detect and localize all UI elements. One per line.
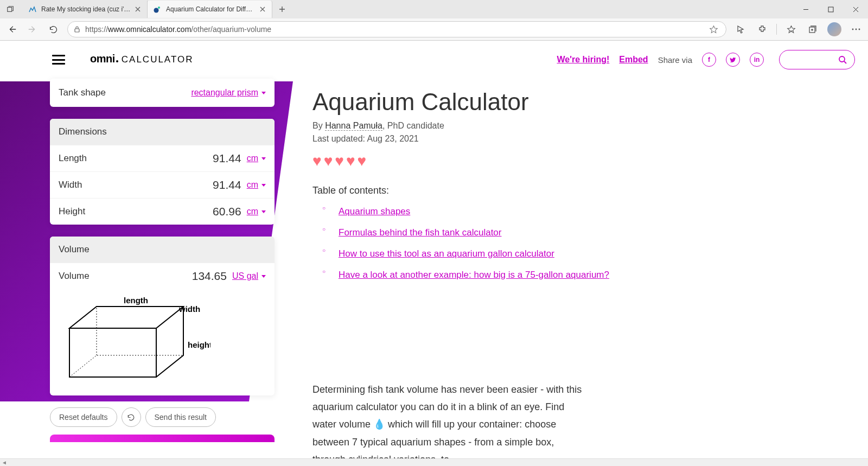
calculator-panel: Tank shape rectangular prism Dimensions … [0, 79, 293, 458]
lock-icon [73, 25, 81, 33]
toc-link-1[interactable]: Aquarium shapes [339, 206, 410, 216]
hiring-link[interactable]: We're hiring! [557, 55, 609, 65]
dimensions-card: Dimensions Length 91.44 cm Width 91.44 c… [50, 119, 275, 225]
svg-point-9 [839, 56, 845, 62]
horizontal-scrollbar[interactable]: ◄ [0, 458, 868, 466]
favicon-1 [28, 5, 37, 14]
facebook-icon[interactable]: f [702, 53, 716, 67]
embed-link[interactable]: Embed [619, 55, 648, 65]
back-button[interactable] [2, 20, 22, 39]
tab-actions-button[interactable] [2, 1, 18, 17]
svg-point-7 [856, 29, 857, 30]
browser-tab-1[interactable]: Rate My stocking idea (cuz i'm c [23, 1, 148, 18]
forward-button[interactable] [23, 20, 42, 39]
dimensions-header: Dimensions [50, 119, 275, 145]
url-bar[interactable]: https://www.omnicalculator.com/other/aqu… [67, 21, 726, 37]
tank-diagram: length width height [50, 289, 275, 395]
chevron-down-icon [261, 92, 266, 94]
volume-unit[interactable]: US gal [232, 271, 266, 281]
svg-rect-0 [8, 8, 12, 12]
reset-button[interactable]: Reset defaults [50, 407, 117, 427]
logo-sub: CALCULATOR [122, 54, 194, 65]
article: Aquarium Calculator By Hanna Pamuła, PhD… [293, 79, 673, 458]
width-unit[interactable]: cm [247, 180, 266, 190]
search-button[interactable] [779, 50, 855, 69]
site-header: omni CALCULATOR We're hiring! Embed Shar… [0, 41, 868, 79]
tab-separator [18, 1, 23, 17]
favorites-icon[interactable] [781, 20, 801, 39]
pink-bar [50, 435, 275, 442]
article-body: Determining fish tank volume has never b… [312, 381, 584, 458]
close-icon[interactable] [134, 5, 142, 13]
heart-icon: ♥ [324, 152, 333, 170]
chevron-down-icon [261, 210, 266, 213]
length-value[interactable]: 91.44 [213, 152, 241, 165]
maximize-button[interactable] [818, 1, 843, 18]
chevron-down-icon [261, 184, 266, 187]
new-tab-button[interactable] [275, 2, 290, 17]
volume-header: Volume [50, 237, 275, 263]
site-logo[interactable]: omni CALCULATOR [90, 53, 194, 67]
nav-bar: https://www.omnicalculator.com/other/aqu… [0, 18, 868, 40]
heart-icon: ♥ [358, 152, 367, 170]
svg-point-1 [154, 8, 159, 13]
separator [776, 24, 777, 35]
shape-label: Tank shape [59, 87, 191, 98]
width-label: Width [59, 180, 213, 190]
linkedin-icon[interactable]: in [750, 53, 764, 67]
tab-strip: Rate My stocking idea (cuz i'm c Aquariu… [0, 0, 868, 18]
cursor-icon[interactable] [731, 20, 750, 39]
toc-link-2[interactable]: Formulas behind the fish tank calculator [339, 227, 502, 238]
svg-rect-3 [828, 7, 833, 12]
rating-hearts[interactable]: ♥ ♥ ♥ ♥ ♥ [312, 152, 673, 170]
width-value[interactable]: 91.44 [213, 178, 241, 191]
height-label: Height [59, 206, 213, 217]
share-label: Share via [658, 55, 692, 65]
svg-point-6 [852, 29, 854, 30]
diagram-length-label: length [124, 296, 148, 305]
chevron-down-icon [261, 157, 266, 160]
close-window-button[interactable] [843, 1, 868, 18]
close-icon[interactable] [259, 5, 266, 13]
volume-label: Volume [59, 271, 192, 282]
toc-link-4[interactable]: Have a look at another example: how big … [339, 270, 609, 280]
more-icon[interactable] [846, 20, 866, 39]
menu-button[interactable] [52, 55, 65, 65]
favicon-2 [153, 5, 162, 14]
author-link[interactable]: Hanna Pamuła [325, 121, 382, 131]
toc-link-3[interactable]: How to use this tool as an aquarium gall… [339, 248, 554, 259]
height-unit[interactable]: cm [247, 207, 266, 216]
diagram-height-label: height [188, 340, 210, 349]
heart-icon: ♥ [346, 152, 355, 170]
send-result-button[interactable]: Send this result [145, 407, 216, 427]
heart-icon: ♥ [312, 152, 322, 170]
browser-tab-2-active[interactable]: Aquarium Calculator for Differen [148, 1, 272, 18]
svg-point-8 [859, 29, 860, 30]
toc-title: Table of contents: [312, 185, 673, 196]
button-row: Reset defaults Send this result [50, 407, 275, 427]
height-value[interactable]: 60.96 [213, 205, 241, 218]
refresh-button[interactable] [43, 20, 63, 39]
volume-card: Volume Volume 134.65 US gal length width… [50, 237, 275, 395]
collections-icon[interactable] [803, 20, 822, 39]
browser-chrome: Rate My stocking idea (cuz i'm c Aquariu… [0, 0, 868, 41]
window-controls [793, 1, 868, 18]
reload-button[interactable] [122, 407, 141, 427]
logo-main: omni [90, 53, 115, 65]
svg-rect-4 [75, 29, 79, 32]
length-label: Length [59, 153, 213, 164]
scroll-left-arrow[interactable]: ◄ [0, 459, 9, 465]
profile-avatar[interactable] [825, 20, 844, 39]
twitter-icon[interactable] [726, 53, 740, 67]
volume-value[interactable]: 134.65 [192, 270, 227, 283]
extensions-icon[interactable] [752, 20, 772, 39]
page-viewport[interactable]: omni CALCULATOR We're hiring! Embed Shar… [0, 41, 868, 458]
byline: By Hanna Pamuła, PhD candidate [312, 121, 673, 131]
page-title: Aquarium Calculator [312, 88, 673, 116]
favorite-icon[interactable] [709, 25, 718, 34]
shape-select[interactable]: rectangular prism [191, 88, 266, 98]
toc-list: Aquarium shapes Formulas behind the fish… [312, 204, 673, 283]
length-unit[interactable]: cm [247, 154, 266, 163]
diagram-width-label: width [178, 304, 200, 314]
minimize-button[interactable] [793, 1, 818, 18]
